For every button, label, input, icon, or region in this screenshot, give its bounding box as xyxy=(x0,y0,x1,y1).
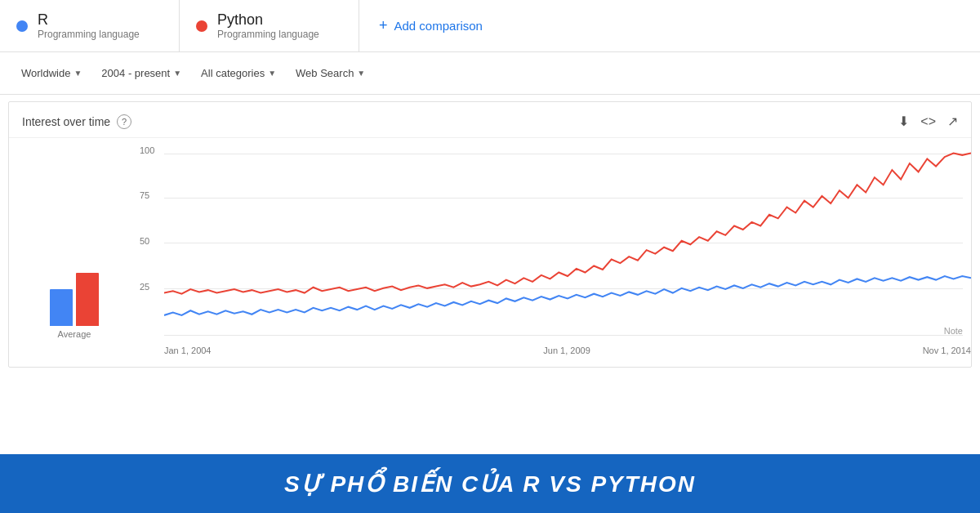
time-filter-arrow: ▼ xyxy=(173,69,181,78)
chart-section: Interest over time ? ⬇ <> ↗ Average xyxy=(8,101,972,368)
region-filter-arrow: ▼ xyxy=(74,69,82,78)
add-comparison-label: Add comparison xyxy=(394,19,483,33)
category-filter-label: All categories xyxy=(201,67,265,79)
x-label-2014: Nov 1, 2014 xyxy=(923,346,971,355)
avg-label: Average xyxy=(58,329,91,339)
embed-button[interactable]: <> xyxy=(920,114,936,129)
share-button[interactable]: ↗ xyxy=(947,114,958,129)
term-cards-row: R Programming language Python Programmin… xyxy=(0,0,980,52)
download-button[interactable]: ⬇ xyxy=(898,114,909,129)
chart-actions: ⬇ <> ↗ xyxy=(898,114,958,129)
x-axis-labels: Jan 1, 2004 Jun 1, 2009 Nov 1, 2014 xyxy=(164,346,971,355)
banner-text: SỰ PHỔ BIẾN CỦA R vs PYTHON xyxy=(284,471,696,497)
avg-bars xyxy=(50,261,99,326)
term-type-python: Programming language xyxy=(217,29,319,40)
search-type-filter-label: Web Search xyxy=(296,67,354,79)
term-card-python: Python Programming language xyxy=(180,0,359,51)
grid-label-100: 100 xyxy=(140,145,154,155)
region-filter-label: Worldwide xyxy=(21,67,70,79)
r-line xyxy=(164,276,971,315)
region-filter[interactable]: Worldwide ▼ xyxy=(13,62,90,84)
grid-label-25: 25 xyxy=(140,282,149,292)
chart-title: Interest over time xyxy=(22,115,110,128)
grid-label-75: 75 xyxy=(140,190,149,200)
filters-bar: Worldwide ▼ 2004 - present ▼ All categor… xyxy=(0,52,980,95)
chart-main: 100 75 50 25 Not xyxy=(140,146,971,359)
note-label: Note xyxy=(944,326,963,336)
python-line xyxy=(164,154,971,294)
term-dot-python xyxy=(196,20,207,32)
search-type-filter-arrow: ▼ xyxy=(357,69,365,78)
chart-title-area: Interest over time ? xyxy=(22,114,131,129)
x-label-2009: Jun 1, 2009 xyxy=(543,346,590,355)
avg-bar-r xyxy=(50,289,73,326)
bottom-banner: SỰ PHỔ BIẾN CỦA R vs PYTHON xyxy=(0,454,980,513)
term-dot-r xyxy=(16,20,28,32)
trend-chart-svg xyxy=(164,149,971,336)
time-filter[interactable]: 2004 - present ▼ xyxy=(93,62,189,84)
add-comparison-button[interactable]: + Add comparison xyxy=(359,0,502,51)
chart-header: Interest over time ? ⬇ <> ↗ xyxy=(9,102,971,138)
chart-body: Average 100 75 50 25 xyxy=(9,138,971,367)
category-filter[interactable]: All categories ▼ xyxy=(193,62,284,84)
term-card-r: R Programming language xyxy=(0,0,180,51)
plus-icon: + xyxy=(379,17,388,34)
chart-left: Average xyxy=(9,146,140,359)
term-type-r: Programming language xyxy=(38,29,140,40)
category-filter-arrow: ▼ xyxy=(268,69,276,78)
grid-label-50: 50 xyxy=(140,236,149,246)
time-filter-label: 2004 - present xyxy=(101,67,170,79)
term-name-python: Python xyxy=(217,11,319,29)
term-name-r: R xyxy=(38,11,140,29)
avg-bar-python xyxy=(76,273,99,326)
help-icon[interactable]: ? xyxy=(117,114,131,129)
x-label-2004: Jan 1, 2004 xyxy=(164,346,212,355)
search-type-filter[interactable]: Web Search ▼ xyxy=(287,62,373,84)
